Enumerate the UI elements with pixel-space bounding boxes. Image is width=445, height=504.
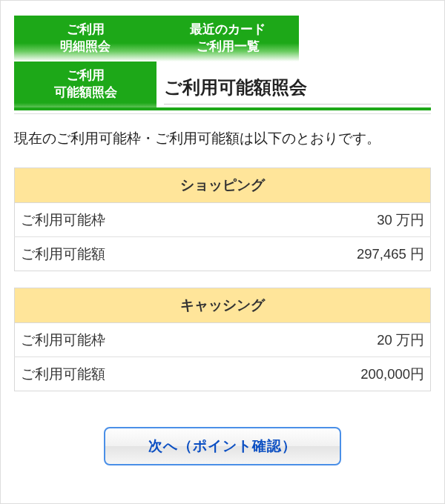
tab-row-bottom: ご利用 可能額照会 ご利用可能額照会 <box>14 62 431 110</box>
tab-available-line2: 可能額照会 <box>54 84 117 102</box>
intro-text: 現在のご利用可能枠・ご利用可能額は以下のとおりです。 <box>14 127 431 150</box>
shopping-table: ショッピング ご利用可能枠 30 万円 ご利用可能額 297,465 円 <box>14 168 431 271</box>
cashing-limit-value: 20 万円 <box>248 322 431 357</box>
divider <box>14 113 431 114</box>
shopping-avail-label: ご利用可能額 <box>15 236 243 271</box>
tab-available-line1: ご利用 <box>67 67 105 84</box>
tab-available[interactable]: ご利用 可能額照会 <box>14 62 156 107</box>
tab-statement-line1: ご利用 <box>67 21 105 39</box>
page-title: ご利用可能額照会 <box>164 76 431 105</box>
shopping-header: ショッピング <box>15 168 431 202</box>
button-row: 次へ（ポイント確認） <box>14 427 431 465</box>
next-button[interactable]: 次へ（ポイント確認） <box>104 427 341 465</box>
cashing-table: キャッシング ご利用可能枠 20 万円 ご利用可能額 200,000円 <box>14 288 431 391</box>
tab-recent-line2: ご利用一覧 <box>197 39 260 56</box>
cashing-avail-label: ご利用可能額 <box>15 357 248 391</box>
shopping-avail-value: 297,465 円 <box>243 236 430 271</box>
tab-recent-line1: 最近のカード <box>190 21 266 39</box>
tab-row-top: ご利用 明細照会 最近のカード ご利用一覧 <box>14 16 431 62</box>
table-row: ご利用可能枠 30 万円 <box>15 202 431 236</box>
table-row: ご利用可能枠 20 万円 <box>15 322 431 357</box>
table-row: ご利用可能額 297,465 円 <box>15 236 431 271</box>
shopping-limit-value: 30 万円 <box>243 202 430 236</box>
cashing-header: キャッシング <box>15 288 431 322</box>
tab-recent[interactable]: 最近のカード ご利用一覧 <box>156 16 299 62</box>
shopping-limit-label: ご利用可能枠 <box>15 202 243 236</box>
tab-statement-line2: 明細照会 <box>60 39 111 56</box>
table-row: ご利用可能額 200,000円 <box>15 357 431 391</box>
cashing-avail-value: 200,000円 <box>248 357 431 391</box>
cashing-limit-label: ご利用可能枠 <box>15 322 248 357</box>
tab-statement[interactable]: ご利用 明細照会 <box>14 16 156 62</box>
page-title-wrap: ご利用可能額照会 <box>156 76 431 107</box>
